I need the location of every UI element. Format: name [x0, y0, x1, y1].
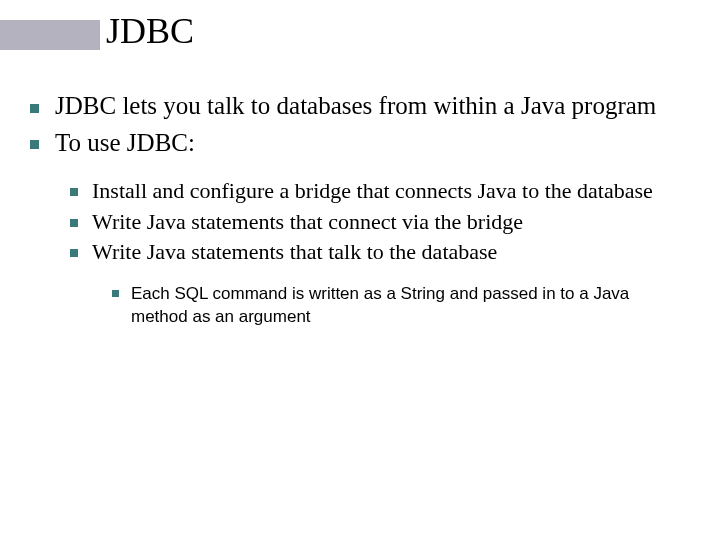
bullet-text: Each SQL command is written as a String … [131, 283, 690, 329]
slide-body: JDBC lets you talk to databases from wit… [30, 90, 690, 329]
slide-title: JDBC [106, 10, 194, 52]
title-accent-bar [0, 20, 100, 50]
bullet-text: JDBC lets you talk to databases from wit… [55, 90, 690, 123]
bullet-text: Write Java statements that connect via t… [92, 208, 690, 237]
bullet-text: Write Java statements that talk to the d… [92, 238, 690, 267]
bullet-text: Install and configure a bridge that conn… [92, 177, 690, 206]
list-item: Write Java statements that connect via t… [70, 208, 690, 237]
list-item: Write Java statements that talk to the d… [70, 238, 690, 267]
sub-sublist: Each SQL command is written as a String … [112, 283, 690, 329]
list-item: JDBC lets you talk to databases from wit… [30, 90, 690, 123]
bullet-icon [30, 104, 39, 113]
bullet-icon [70, 188, 78, 196]
bullet-icon [30, 140, 39, 149]
bullet-icon [112, 290, 119, 297]
bullet-text: To use JDBC: [55, 127, 690, 160]
bullet-icon [70, 219, 78, 227]
list-item: Install and configure a bridge that conn… [70, 177, 690, 206]
slide: JDBC JDBC lets you talk to databases fro… [0, 0, 720, 540]
sublist: Install and configure a bridge that conn… [70, 177, 690, 267]
bullet-icon [70, 249, 78, 257]
list-item: Each SQL command is written as a String … [112, 283, 690, 329]
list-item: To use JDBC: [30, 127, 690, 160]
